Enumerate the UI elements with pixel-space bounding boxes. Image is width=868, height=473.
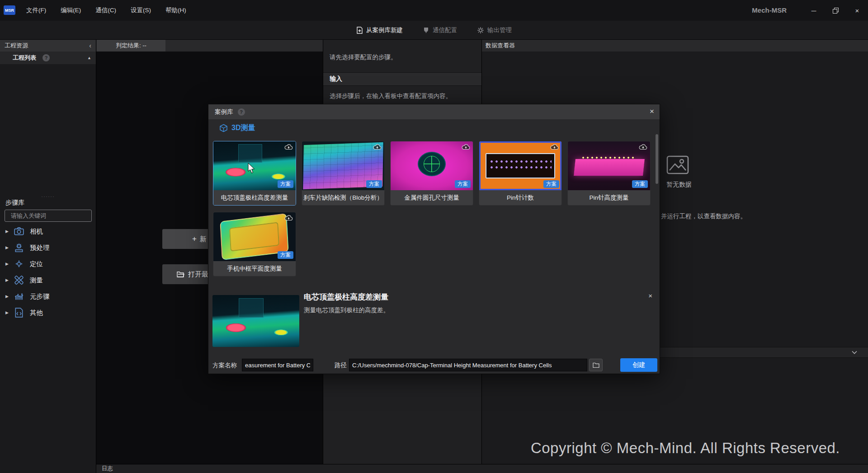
case-card-label: 电芯顶盖极柱高度差测量 xyxy=(213,190,296,205)
log-bar[interactable]: 日志 xyxy=(96,464,868,473)
project-list-title: 工程列表 xyxy=(13,54,36,62)
menu-settings[interactable]: 设置(S) xyxy=(123,4,158,17)
close-icon: × xyxy=(855,7,859,14)
cloud-download-icon xyxy=(284,144,293,150)
dialog-close-button[interactable]: × xyxy=(650,107,654,116)
browse-folder-button[interactable] xyxy=(589,359,603,371)
menu-bar: 文件(F) 编辑(E) 通信(C) 设置(S) 帮助(H) xyxy=(19,0,193,21)
result-tab[interactable]: 判定结果: -- xyxy=(97,40,165,52)
detail-thumbnail xyxy=(212,295,299,347)
case-card-pin-height[interactable]: 方案 Pin针高度测量 xyxy=(567,141,651,206)
camera-icon xyxy=(14,226,24,237)
menu-help[interactable]: 帮助(H) xyxy=(158,4,193,17)
project-list-header[interactable]: 工程列表 ? ▲ xyxy=(0,52,96,64)
help-icon[interactable]: ? xyxy=(42,54,50,61)
cube-3d-icon xyxy=(219,124,228,132)
title-bar: MSR 文件(F) 编辑(E) 通信(C) 设置(S) 帮助(H) Mech-M… xyxy=(0,0,868,21)
plug-icon xyxy=(423,27,429,33)
case-card-label: 刹车片缺陷检测（Blob分析） xyxy=(302,190,384,205)
splitter-handle[interactable]: ······ xyxy=(0,194,96,199)
solution-badge: 方案 xyxy=(455,180,471,188)
category-locate[interactable]: ▶ 定位 xyxy=(0,256,96,272)
menu-file[interactable]: 文件(F) xyxy=(19,4,53,17)
category-meta-step[interactable]: ▶ 元步骤 xyxy=(0,288,96,304)
expand-arrow-icon[interactable]: ▶ xyxy=(5,245,14,250)
menu-communication[interactable]: 通信(C) xyxy=(88,4,123,17)
category-measure[interactable]: ▶ 测量 xyxy=(0,272,96,288)
expand-arrow-icon[interactable]: ▶ xyxy=(5,310,14,315)
meta-step-icon xyxy=(14,291,24,302)
solution-name-input[interactable] xyxy=(242,359,313,371)
close-window-button[interactable]: × xyxy=(846,0,868,21)
no-data-label: 暂无数据 xyxy=(666,181,692,189)
case-card-label: Pin针高度测量 xyxy=(568,190,650,205)
minimize-icon: ─ xyxy=(811,7,816,14)
canvas-header: 判定结果: -- xyxy=(96,40,323,52)
case-thumbnail: 方案 xyxy=(391,141,473,190)
output-management-button[interactable]: 输出管理 xyxy=(477,26,512,34)
file-plus-icon xyxy=(356,27,363,34)
resources-header: 工程资源 ‹ xyxy=(0,40,96,52)
solution-badge: 方案 xyxy=(366,180,382,188)
plus-icon: + xyxy=(192,234,197,244)
expand-arrow-icon[interactable]: ▶ xyxy=(5,278,14,282)
measure-icon xyxy=(14,275,24,286)
cursor-pointer xyxy=(248,163,255,174)
search-input[interactable] xyxy=(11,212,90,219)
solution-badge: 方案 xyxy=(278,180,293,188)
cloud-download-icon xyxy=(550,144,559,150)
detail-title: 电芯顶盖极柱高度差测量 xyxy=(304,292,388,302)
expand-arrow-icon[interactable]: ▶ xyxy=(5,262,14,266)
case-thumbnail: 方案 xyxy=(302,141,384,190)
step-search-box[interactable] xyxy=(5,210,92,222)
cloud-download-icon xyxy=(373,144,382,150)
other-icon xyxy=(14,307,24,318)
create-button[interactable]: 创建 xyxy=(620,358,657,372)
category-preprocess[interactable]: ▶ 预处理 xyxy=(0,239,96,256)
input-section-header[interactable]: 输入 xyxy=(323,72,481,86)
cloud-download-icon xyxy=(462,144,470,150)
cloud-download-icon xyxy=(284,215,293,221)
path-label: 路径 xyxy=(335,361,347,370)
chevron-down-icon[interactable] xyxy=(852,351,857,354)
comm-config-button[interactable]: 通信配置 xyxy=(423,26,457,34)
minimize-button[interactable]: ─ xyxy=(803,0,825,21)
expand-arrow-icon[interactable]: ▶ xyxy=(5,229,14,234)
collapse-up-icon[interactable]: ▲ xyxy=(87,56,91,60)
case-card-metal-hole[interactable]: 方案 金属件圆孔尺寸测量 xyxy=(390,141,473,206)
detail-close-button[interactable]: × xyxy=(648,292,652,300)
dialog-title-bar[interactable]: 案例库 ? × xyxy=(208,104,660,119)
open-folder-icon xyxy=(177,271,184,277)
new-project-label: 新 xyxy=(200,235,207,244)
app-logo-icon: MSR xyxy=(4,5,15,15)
case-thumbnail: 方案 xyxy=(568,141,650,190)
detail-description: 测量电芯顶盖到极柱的高度差。 xyxy=(304,306,389,314)
new-from-case-label: 从案例库新建 xyxy=(366,26,403,34)
path-input[interactable] xyxy=(349,359,587,371)
case-card-brake-pad[interactable]: 方案 刹车片缺陷检测（Blob分析） xyxy=(302,141,385,206)
scrollbar-thumb[interactable] xyxy=(656,134,658,184)
case-library-dialog: 案例库 ? × 3D测量 方案 电芯顶盖极柱高度差测量 方案 刹车片缺陷 xyxy=(208,104,660,374)
locate-icon xyxy=(14,258,24,269)
case-card-pin-count[interactable]: 方案 Pin针计数 xyxy=(479,141,562,206)
category-other[interactable]: ▶ 其他 xyxy=(0,304,96,321)
menu-edit[interactable]: 编辑(E) xyxy=(53,4,88,17)
case-card-label: 金属件圆孔尺寸测量 xyxy=(391,190,473,205)
input-section-hint: 选择步骤后，在输入看板中查看配置项内容。 xyxy=(330,92,452,100)
comm-config-label: 通信配置 xyxy=(433,26,457,34)
data-viewer-title: 数据查看器 xyxy=(486,42,515,50)
category-camera[interactable]: ▶ 相机 xyxy=(0,223,96,239)
preprocess-icon xyxy=(14,242,24,253)
image-placeholder-icon xyxy=(666,155,689,174)
window-title: Mech-MSR xyxy=(752,6,787,14)
solution-name-label: 方案名称 xyxy=(212,361,237,370)
case-card-phone-frame[interactable]: 方案 手机中框平面度测量 xyxy=(213,212,296,276)
case-thumbnail: 方案 xyxy=(213,212,296,261)
expand-arrow-icon[interactable]: ▶ xyxy=(5,294,14,299)
case-thumbnail: 方案 xyxy=(479,141,561,190)
collapse-left-icon[interactable]: ‹ xyxy=(89,42,91,49)
new-from-case-button[interactable]: 从案例库新建 xyxy=(356,26,403,34)
restore-button[interactable] xyxy=(825,0,846,21)
folder-browse-icon xyxy=(593,362,599,368)
dialog-help-icon[interactable]: ? xyxy=(238,108,245,116)
